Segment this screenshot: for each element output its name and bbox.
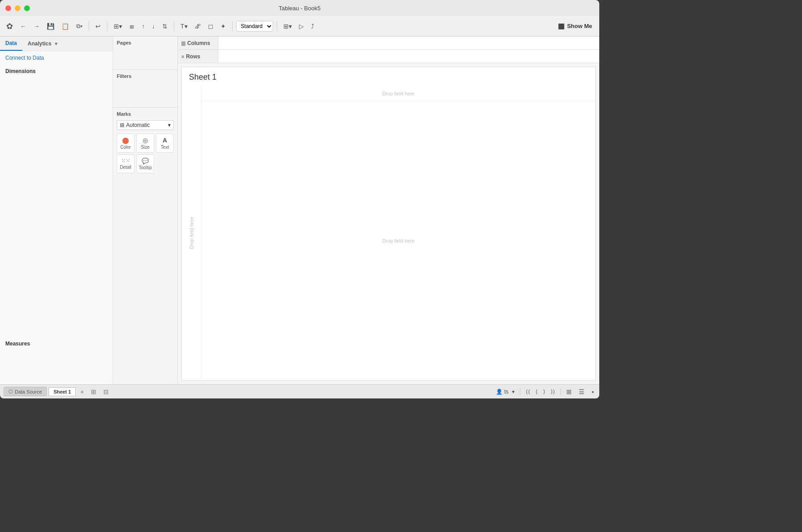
separator-5	[277, 21, 277, 32]
marks-type-label: Automatic	[126, 122, 150, 128]
text-format-icon: T▾	[180, 23, 188, 30]
filters-drop-zone[interactable]	[117, 81, 174, 104]
annotation-button[interactable]: 🖇	[192, 21, 204, 32]
rows-icon: ≣	[129, 23, 135, 30]
size-mark-button[interactable]: ◎ Size	[136, 134, 154, 153]
sheet-title: Sheet 1	[182, 67, 595, 85]
duplicate-icon: ⧉▾	[76, 23, 82, 30]
user-label: ts	[504, 389, 508, 395]
view-list-button[interactable]: ☰	[577, 387, 586, 396]
marks-type-dropdown[interactable]: ⊞ Automatic ▾	[117, 120, 174, 130]
pages-drop-zone[interactable]	[117, 48, 174, 66]
data-tab[interactable]: Data	[0, 37, 22, 51]
sort-desc-button[interactable]: ↓	[149, 21, 158, 32]
sort-filter-button[interactable]: ⇅	[160, 21, 170, 32]
columns-drop-zone[interactable]	[218, 37, 599, 49]
pages-title: Pages	[117, 40, 174, 45]
maximize-button[interactable]	[24, 5, 30, 11]
bottom-separator	[520, 388, 520, 395]
window-title: Tableau - Book5	[279, 5, 321, 12]
main-content: Data Analytics ▾ Connect to Data Dimensi…	[0, 37, 599, 384]
measures-list	[0, 349, 113, 384]
user-chevron-icon: ▾	[512, 389, 515, 395]
bottom-right: 👤 ts ▾ ⟨⟨ ⟨ ⟩ ⟩⟩ ⊞ ☰ ▪	[496, 387, 596, 396]
forward-icon: →	[33, 23, 40, 30]
sort-asc-button[interactable]: ↑	[139, 21, 147, 32]
view-compact-button[interactable]: ▪	[590, 387, 596, 396]
tooltip-mark-button[interactable]: 💬 Tooltip	[136, 154, 154, 173]
text-format-button[interactable]: T▾	[178, 21, 190, 32]
undo-button[interactable]: ↩	[93, 21, 103, 32]
add-sheet-button[interactable]: +	[78, 387, 86, 396]
view-grid-icon: ⊞	[566, 388, 572, 395]
view-grid-button[interactable]: ⊞	[565, 387, 573, 396]
separator-4	[232, 21, 233, 32]
tooltip-mark-label: Tooltip	[139, 165, 152, 170]
color-mark-button[interactable]: ⬤ Color	[117, 134, 135, 153]
highlight-button[interactable]: ◻	[205, 21, 216, 32]
separator-3	[174, 21, 174, 32]
dimensions-header: Dimensions	[0, 65, 113, 76]
layout-icon: ⊞▾	[114, 23, 122, 30]
share-icon: ⤴	[311, 23, 314, 30]
analytics-tab-label: Analytics	[28, 41, 51, 47]
back-button[interactable]: ←	[17, 21, 29, 32]
user-icon: 👤	[496, 389, 503, 395]
sheet-container: Sheet 1 Drop field here Drop field here …	[181, 67, 596, 381]
sheet1-tab[interactable]: Sheet 1	[49, 387, 76, 396]
size-mark-icon: ◎	[143, 137, 148, 144]
fit-dropdown[interactable]: Standard	[236, 21, 273, 32]
text-mark-button[interactable]: A Text	[156, 134, 174, 153]
user-status: 👤 ts ▾	[496, 388, 516, 396]
close-button[interactable]	[5, 5, 11, 11]
separator-1	[89, 21, 89, 32]
flower-icon-button[interactable]: ✿	[4, 20, 16, 33]
minimize-button[interactable]	[15, 5, 20, 11]
bottom-separator-2	[561, 388, 561, 395]
data-source-label: Data Source	[15, 389, 42, 394]
marks-grid: ⬤ Color ◎ Size A Text ⁙⁙ Detail 💬 Too	[117, 134, 174, 173]
star-button[interactable]: ✦	[218, 21, 229, 32]
color-mark-icon: ⬤	[122, 137, 129, 144]
title-bar: Tableau - Book5	[0, 0, 599, 16]
layout-button[interactable]: ⊞▾	[111, 21, 125, 32]
show-me-button[interactable]: ▦ Show Me	[554, 20, 596, 32]
pages-section: Pages	[113, 37, 177, 70]
page-prev-button[interactable]: ⟨	[534, 388, 540, 396]
rows-shelf-label: ≡ Rows	[178, 53, 218, 60]
columns-shelf-label: ||| Columns	[178, 40, 218, 46]
duplicate-button[interactable]: ⧉▾	[74, 21, 85, 32]
main-drop-zone[interactable]: Drop field here	[201, 102, 595, 380]
forward-button[interactable]: →	[31, 21, 42, 32]
analytics-tab[interactable]: Analytics ▾	[22, 37, 63, 51]
new-sheet-button[interactable]: 📋	[59, 21, 72, 32]
new-sheet-icon: 📋	[61, 23, 69, 30]
color-mark-label: Color	[120, 145, 131, 150]
present-button[interactable]: ▷	[296, 21, 307, 32]
grid-view-icon: ⊞▾	[283, 23, 292, 30]
marks-type-icon: ⊞	[120, 122, 124, 128]
main-drop-text: Drop field here	[382, 238, 414, 244]
view-area: ||| Columns ≡ Rows Sheet 1 Drop field he…	[178, 37, 599, 384]
save-button[interactable]: 💾	[44, 21, 57, 32]
columns-label: Columns	[187, 40, 210, 46]
user-dropdown-button[interactable]: ▾	[510, 388, 516, 396]
connect-to-data-link[interactable]: Connect to Data	[0, 51, 113, 65]
add-vertical-sheet-button[interactable]: ⊟	[101, 387, 111, 396]
page-next-button[interactable]: ⟩	[541, 388, 547, 396]
page-last-button[interactable]: ⟩⟩	[549, 388, 557, 396]
page-first-button[interactable]: ⟨⟨	[524, 388, 532, 396]
data-source-tab[interactable]: ⬡ Data Source	[4, 387, 47, 396]
col-drop-zone[interactable]: Drop field here	[201, 85, 595, 102]
detail-mark-button[interactable]: ⁙⁙ Detail	[117, 154, 135, 173]
grid-view-button[interactable]: ⊞▾	[281, 21, 295, 32]
rows-button[interactable]: ≣	[127, 21, 137, 32]
window-controls	[5, 5, 30, 11]
share-button[interactable]: ⤴	[308, 21, 317, 32]
show-me-label: Show Me	[567, 23, 592, 29]
separator-2	[107, 21, 107, 32]
add-horizontal-sheet-button[interactable]: ⊞	[88, 387, 99, 396]
row-drop-zone[interactable]: Drop field here	[182, 85, 201, 380]
star-icon: ✦	[221, 23, 226, 30]
rows-drop-zone[interactable]	[218, 50, 599, 63]
